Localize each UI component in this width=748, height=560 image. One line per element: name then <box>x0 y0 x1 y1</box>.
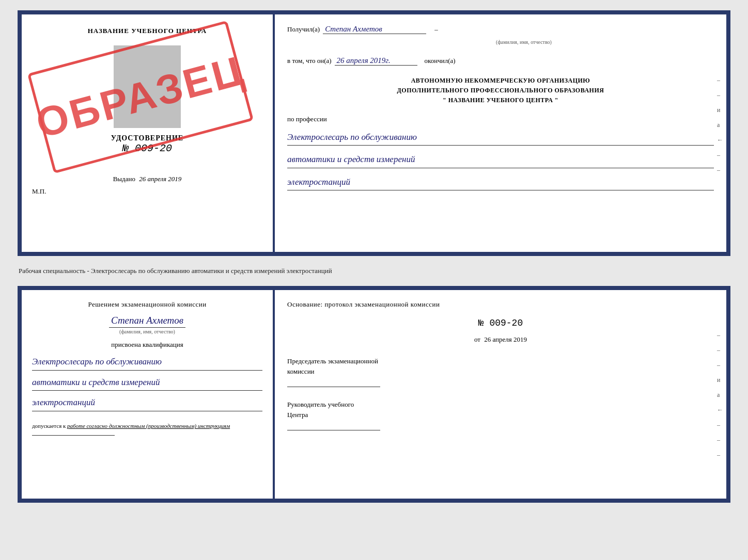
mp-label: М.П. <box>32 187 46 196</box>
side-dashes-top: – – и а ← – – <box>717 76 723 174</box>
sign-line-bottom-left <box>32 435 115 436</box>
profession-line2: автоматики и средств измерений <box>287 152 714 168</box>
po-professii-label: по профессии <box>287 115 714 123</box>
predsedatel-sign-line <box>287 387 380 387</box>
ot-date-value: 26 апреля 2019 <box>484 335 527 343</box>
ot-date-block: от 26 апреля 2019 <box>287 335 714 344</box>
rukovoditel-sign-line <box>287 430 380 430</box>
profession-line1: Электрослесарь по обслуживанию <box>287 130 714 146</box>
prisvoena-label: присвоена квалификация <box>32 341 262 349</box>
vtom-row: в том, что он(а) 26 апреля 2019г. окончи… <box>287 56 714 66</box>
kvalif-line3: электростанций <box>32 395 262 411</box>
kvalif-line2: автоматики и средств измерений <box>32 375 262 391</box>
rukovoditel-block: Руководитель учебного Центра <box>287 399 714 420</box>
predsedatel-line1: Председатель экзаменационной <box>287 357 378 365</box>
name-block: Степан Ахметов (фамилия, имя, отчество) <box>32 314 262 334</box>
vtom-date: 26 апреля 2019г. <box>335 56 417 66</box>
top-doc-title: НАЗВАНИЕ УЧЕБНОГО ЦЕНТРА <box>88 27 207 35</box>
rukovoditel-line1: Руководитель учебного <box>287 401 354 408</box>
poluchil-value: Степан Ахметов <box>323 25 426 34</box>
udostoverenie-label: УДОСТОВЕРЕНИЕ <box>111 134 183 142</box>
dopusk-value: работе согласно должностным (производств… <box>67 423 230 429</box>
rukovoditel-line2: Центра <box>287 411 308 419</box>
dopusk-block: допускается к работе согласно должностны… <box>32 423 262 429</box>
predsedatel-line2: комиссии <box>287 367 315 375</box>
udostoverenie-number: № 009-20 <box>122 142 172 154</box>
vydano-line: Выдано 26 апреля 2019 <box>113 175 182 183</box>
org-line3: " НАЗВАНИЕ УЧЕБНОГО ЦЕНТРА " <box>443 97 558 104</box>
bottom-document: Решением экзаменационной комиссии Степан… <box>18 286 730 503</box>
org-line1: АВТОНОМНУЮ НЕКОММЕРЧЕСКУЮ ОРГАНИЗАЦИЮ <box>411 77 590 84</box>
fio-subtext-bottom: (фамилия, имя, отчество) <box>32 329 262 334</box>
separator-text: Рабочая специальность - Электрослесарь п… <box>18 264 730 278</box>
predsedatel-block: Председатель экзаменационной комиссии <box>287 356 714 376</box>
okonchil-label: окончил(а) <box>425 57 456 65</box>
profession-line3: электростанций <box>287 174 714 191</box>
poluchil-row: Получил(а) Степан Ахметов – <box>287 25 714 34</box>
dopusk-prefix: допускается к <box>32 423 66 429</box>
vtom-label: в том, что он(а) <box>287 57 332 65</box>
protocol-num: № 009-20 <box>287 318 714 328</box>
doc-left-bottom: Решением экзаменационной комиссии Степан… <box>22 290 275 499</box>
doc-right-top: Получил(а) Степан Ахметов – (фамилия, им… <box>275 14 726 252</box>
fio-subtext-top: (фамилия, имя, отчество) <box>334 39 714 45</box>
osnovanie-label: Основание: протокол экзаменационной коми… <box>287 300 714 309</box>
top-document: НАЗВАНИЕ УЧЕБНОГО ЦЕНТРА УДОСТОВЕРЕНИЕ №… <box>18 10 730 256</box>
ot-label: от <box>474 335 480 343</box>
komissia-title: Решением экзаменационной комиссии <box>32 300 262 309</box>
photo-placeholder <box>114 45 181 128</box>
side-dashes-bottom: – – – и а ← – – – <box>717 331 723 459</box>
doc-right-bottom: Основание: протокол экзаменационной коми… <box>275 290 726 499</box>
org-block: АВТОНОМНУЮ НЕКОММЕРЧЕСКУЮ ОРГАНИЗАЦИЮ ДО… <box>287 76 714 106</box>
vydano-label: Выдано <box>113 175 135 183</box>
vydano-date: 26 апреля 2019 <box>139 175 181 183</box>
poluchil-label: Получил(а) <box>287 25 320 34</box>
doc-left-top: НАЗВАНИЕ УЧЕБНОГО ЦЕНТРА УДОСТОВЕРЕНИЕ №… <box>22 14 275 252</box>
kvalif-line1: Электрослесарь по обслуживанию <box>32 354 262 371</box>
org-line2: ДОПОЛНИТЕЛЬНОГО ПРОФЕССИОНАЛЬНОГО ОБРАЗО… <box>397 87 604 94</box>
bottom-name: Степан Ахметов <box>109 314 185 328</box>
separator-content: Рабочая специальность - Электрослесарь п… <box>19 267 332 275</box>
